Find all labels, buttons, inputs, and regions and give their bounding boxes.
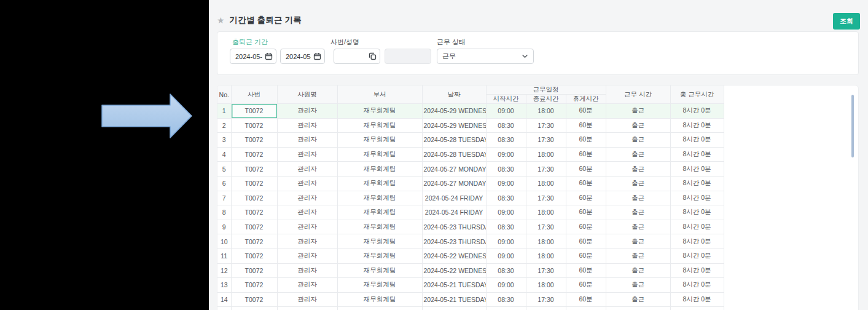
col-header-name[interactable]: 사원명 xyxy=(277,85,337,104)
cell-end[interactable]: 17:30 xyxy=(526,292,566,307)
cell-start[interactable]: 08:30 xyxy=(486,162,526,177)
cell-end[interactable]: 18:00 xyxy=(526,234,566,249)
cell-status[interactable]: 출근 xyxy=(606,205,670,220)
cell-start[interactable]: 09:00 xyxy=(486,234,526,249)
cell-total[interactable]: 8시간 0분 xyxy=(670,248,724,263)
table-row[interactable]: 5T0072관리자재무회계팀2024-05-27 MONDAY08:3017:3… xyxy=(217,162,724,177)
cell-break-time[interactable]: 60분 xyxy=(566,220,606,234)
cell-name[interactable]: 관리자 xyxy=(277,205,337,220)
cell-dept[interactable]: 재무회계팀 xyxy=(337,292,422,307)
cell-start[interactable]: 09:00 xyxy=(486,147,526,162)
cell-dept[interactable]: 재무회계팀 xyxy=(337,104,422,119)
cell-name[interactable]: 관리자 xyxy=(277,292,337,307)
cell-date[interactable]: 2024-05-23 THURSDAY xyxy=(422,220,486,234)
cell-break-time[interactable]: 60분 xyxy=(566,104,606,119)
cell-dept[interactable]: 재무회계팀 xyxy=(337,162,422,177)
cell-break-time[interactable]: 60분 xyxy=(566,118,606,133)
cell-emp-no[interactable]: T0072 xyxy=(231,234,277,249)
cell-dept[interactable]: 재무회계팀 xyxy=(337,278,422,293)
cell-status[interactable]: 출근 xyxy=(606,292,670,307)
cell-total[interactable]: 8시간 0분 xyxy=(670,263,724,278)
cell-total[interactable]: 8시간 0분 xyxy=(670,147,724,162)
col-header-schedule-group[interactable]: 근무일정 xyxy=(486,85,606,95)
cell-end[interactable]: 17:30 xyxy=(526,133,566,148)
cell-date[interactable]: 2024-05-27 MONDAY xyxy=(422,162,486,177)
cell-name[interactable]: 관리자 xyxy=(277,263,337,278)
cell-status[interactable]: 출근 xyxy=(606,234,670,249)
cell-dept[interactable]: 재무회계팀 xyxy=(337,176,422,191)
cell-end[interactable]: 17:30 xyxy=(526,220,566,234)
date-from-input[interactable] xyxy=(230,49,276,64)
cell-no[interactable]: 6 xyxy=(217,176,231,191)
cell-emp-no[interactable]: T0072 xyxy=(231,220,277,234)
cell-total[interactable]: 8시간 0분 xyxy=(670,133,724,148)
cell-emp-no[interactable]: T0072 xyxy=(231,292,277,307)
cell-end[interactable]: 18:00 xyxy=(526,104,566,119)
cell-emp-no[interactable]: T0072 xyxy=(231,162,277,177)
cell-no[interactable]: 5 xyxy=(217,162,231,177)
table-row[interactable]: 10T0072관리자재무회계팀2024-05-23 THURSDAY09:001… xyxy=(217,234,724,249)
cell-no[interactable]: 14 xyxy=(217,292,231,307)
cell-date[interactable]: 2024-05-21 TUESDAY xyxy=(422,278,486,293)
cell-end[interactable]: 18:00 xyxy=(526,147,566,162)
cell-no[interactable]: 4 xyxy=(217,147,231,162)
cell-name[interactable]: 관리자 xyxy=(277,278,337,293)
cell-no[interactable]: 13 xyxy=(217,278,231,293)
cell-dept[interactable]: 재무회계팀 xyxy=(337,191,422,205)
cell-end[interactable]: 17:30 xyxy=(526,162,566,177)
cell-break-time[interactable]: 60분 xyxy=(566,147,606,162)
vertical-scrollbar-thumb[interactable] xyxy=(851,95,854,157)
cell-emp-no[interactable]: T0072 xyxy=(231,147,277,162)
cell-end[interactable]: 18:00 xyxy=(526,278,566,293)
cell-break-time[interactable]: 60분 xyxy=(566,292,606,307)
employee-id-input[interactable] xyxy=(334,49,380,64)
col-header-no[interactable]: No. xyxy=(217,85,231,104)
cell-name[interactable]: 관리자 xyxy=(277,176,337,191)
cell-break-time[interactable]: 60분 xyxy=(566,205,606,220)
cell-emp-no[interactable]: T0072 xyxy=(231,118,277,133)
cell-date[interactable]: 2024-05-29 WEDNESDAY xyxy=(422,118,486,133)
cell-dept[interactable]: 재무회계팀 xyxy=(337,147,422,162)
cell-break-time[interactable]: 60분 xyxy=(566,278,606,293)
cell-status[interactable]: 출근 xyxy=(606,278,670,293)
cell-no[interactable]: 1 xyxy=(217,104,231,119)
cell-no[interactable]: 2 xyxy=(217,118,231,133)
cell-break-time[interactable]: 60분 xyxy=(566,133,606,148)
cell-dept[interactable]: 재무회계팀 xyxy=(337,118,422,133)
cell-start[interactable]: 09:00 xyxy=(486,104,526,119)
cell-dept[interactable]: 재무회계팀 xyxy=(337,234,422,249)
cell-status[interactable]: 출근 xyxy=(606,104,670,119)
cell-name[interactable]: 관리자 xyxy=(277,162,337,177)
cell-date[interactable]: 2024-05-22 WEDNESDAY xyxy=(422,263,486,278)
col-header-total[interactable]: 총 근무시간 xyxy=(670,85,724,104)
cell-start[interactable]: 09:00 xyxy=(486,176,526,191)
col-header-start[interactable]: 시작시간 xyxy=(486,95,526,104)
cell-emp-no[interactable]: T0072 xyxy=(231,104,277,119)
cell-end[interactable]: 18:00 xyxy=(526,248,566,263)
cell-no[interactable]: 10 xyxy=(217,234,231,249)
cell-date[interactable]: 2024-05-29 WEDNESDAY xyxy=(422,104,486,119)
cell-total[interactable]: 8시간 0분 xyxy=(670,191,724,205)
table-row[interactable]: 2T0072관리자재무회계팀2024-05-29 WEDNESDAY08:301… xyxy=(217,118,724,133)
cell-end[interactable]: 18:00 xyxy=(526,176,566,191)
table-row[interactable]: 14T0072관리자재무회계팀2024-05-21 TUESDAY08:3017… xyxy=(217,292,724,307)
cell-end[interactable]: 17:30 xyxy=(526,191,566,205)
cell-break-time[interactable]: 60분 xyxy=(566,162,606,177)
cell-name[interactable]: 관리자 xyxy=(277,234,337,249)
cell-emp-no[interactable]: T0072 xyxy=(231,176,277,191)
cell-name[interactable]: 관리자 xyxy=(277,118,337,133)
cell-no[interactable]: 9 xyxy=(217,220,231,234)
table-row[interactable]: 8T0072관리자재무회계팀2024-05-24 FRIDAY09:0018:0… xyxy=(217,205,724,220)
cell-emp-no[interactable]: T0072 xyxy=(231,263,277,278)
table-row[interactable]: 7T0072관리자재무회계팀2024-05-24 FRIDAY08:3017:3… xyxy=(217,191,724,205)
cell-name[interactable]: 관리자 xyxy=(277,133,337,148)
table-row[interactable]: 11T0072관리자재무회계팀2024-05-22 WEDNESDAY09:00… xyxy=(217,248,724,263)
cell-break-time[interactable]: 60분 xyxy=(566,263,606,278)
cell-name[interactable]: 관리자 xyxy=(277,104,337,119)
cell-start[interactable]: 08:30 xyxy=(486,292,526,307)
cell-status[interactable]: 출근 xyxy=(606,248,670,263)
cell-total[interactable]: 8시간 0분 xyxy=(670,234,724,249)
cell-total[interactable]: 8시간 0분 xyxy=(670,104,724,119)
cell-total[interactable]: 8시간 0분 xyxy=(670,278,724,293)
cell-start[interactable]: 08:30 xyxy=(486,133,526,148)
